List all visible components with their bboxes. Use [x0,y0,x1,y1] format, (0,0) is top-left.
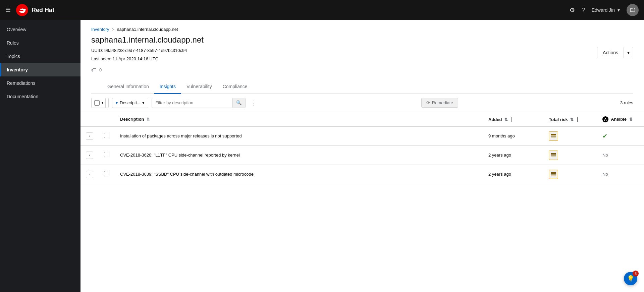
help-badge: 3 [633,271,639,277]
ansible-icon: A [602,116,608,122]
sidebar-item-label: Remediations [7,80,36,86]
user-chevron: ▾ [618,7,620,13]
row-description-cell: Installation of packages across major re… [115,126,483,145]
row-expand-cell: › [80,126,99,145]
page-meta: UUID: 99a48238-c9d7-4187-8597-4e97bc310c… [91,47,204,63]
remediate-label: Remediate [432,100,453,105]
tab-compliance[interactable]: Compliance [217,80,253,94]
bulk-select-dropdown[interactable]: ▾ [100,98,106,108]
row-expand-cell: › [80,145,99,165]
svg-rect-1 [551,134,556,135]
actions-chevron-button[interactable]: ▾ [624,47,633,58]
row-checkbox[interactable] [104,171,109,176]
total-risk-sort-icon[interactable]: ⇅ [570,117,574,122]
sidebar-nav: Overview Rules Topics Inventory Remediat… [0,20,80,292]
row-expand-button[interactable]: › [86,132,93,140]
toolbar-kebab-button[interactable]: ⋮ [249,98,259,108]
row-risk-cell [543,126,597,145]
added-sort-icon[interactable]: ⇅ [504,117,508,122]
table-section: ▾ ▾ Descripti... ▾ 🔍 ⋮ ⟳ Remediate 3 rul… [80,94,644,184]
filter-dropdown[interactable]: ▾ Descripti... ▾ [112,98,148,108]
bulk-select-checkbox[interactable] [94,100,100,106]
row-risk-badge [549,170,558,179]
breadcrumb: Inventory > saphana1.internal.cloudapp.n… [91,27,633,32]
row-added: 9 months ago [488,133,515,138]
bulk-select-wrapper: ▾ [91,98,109,108]
col-description: Description ⇅ [115,112,483,127]
hamburger-menu[interactable]: ☰ [5,6,11,14]
breadcrumb-current: saphana1.internal.cloudapp.net [117,27,178,32]
row-expand-cell: › [80,165,99,184]
table-row: › CVE-2018-3620: "L1TF" CPU side-channel… [80,145,644,165]
last-seen-line: Last seen: 11 Apr 2020 14:16 UTC [91,55,204,63]
row-description-cell: CVE-2018-3620: "L1TF" CPU side-channel r… [115,145,483,165]
help-button[interactable]: ? [582,7,585,14]
description-sort-icon[interactable]: ⇅ [147,117,150,122]
main-content: Inventory > saphana1.internal.cloudapp.n… [80,20,644,292]
row-ansible-yes: ✔ [602,133,607,139]
svg-rect-8 [551,174,556,175]
sidebar-item-topics[interactable]: Topics [0,50,80,63]
row-checkbox-cell [99,145,115,165]
breadcrumb-parent[interactable]: Inventory [91,27,109,32]
row-risk-cell [543,165,597,184]
tag-icon: 🏷 [91,67,97,73]
tab-insights[interactable]: Insights [154,80,181,94]
sidebar-item-label: Rules [7,40,19,46]
nav-right: ⚙ ? Edward Jin ▾ EJ [570,4,639,16]
user-menu[interactable]: Edward Jin ▾ [592,7,620,13]
table-header: Description ⇅ Added ⇅ | Total risk ⇅ | [80,112,644,127]
brand-text: Red Hat [32,7,54,14]
page-title: saphana1.internal.cloudapp.net [91,35,204,45]
filter-chevron: ▾ [142,100,145,105]
col-ansible-label: Ansible [611,117,627,122]
row-added-cell: 2 years ago [483,145,543,165]
col-checkbox [99,112,115,127]
total-risk-filter-icon[interactable]: | [577,117,578,122]
filter-input[interactable] [152,99,232,107]
row-ansible-cell: No [597,165,644,184]
table-body: › Installation of packages across major … [80,126,644,184]
row-expand-button[interactable]: › [86,171,93,178]
filter-search-button[interactable]: 🔍 [232,98,245,108]
row-description: CVE-2018-3620: "L1TF" CPU side-channel r… [120,153,240,158]
row-ansible-cell: ✔ [597,126,644,145]
col-description-label: Description [120,117,144,122]
sidebar-item-documentation[interactable]: Documentation [0,90,80,103]
sidebar-item-label: Documentation [7,94,38,99]
tab-vulnerability[interactable]: Vulnerability [181,80,217,94]
row-added-cell: 9 months ago [483,126,543,145]
row-ansible-cell: No [597,145,644,165]
filter-input-wrapper: 🔍 [152,98,246,108]
col-added: Added ⇅ | [483,112,543,127]
settings-button[interactable]: ⚙ [570,6,575,14]
row-expand-button[interactable]: › [86,152,93,159]
tab-general-information[interactable]: General Information [102,80,154,94]
row-description: CVE-2018-3639: "SSBD" CPU side-channel w… [120,172,254,177]
sidebar-item-label: Topics [7,54,20,59]
svg-rect-2 [551,136,556,137]
table-row: › Installation of packages across major … [80,126,644,145]
tabs-bar: General Information Insights Vulnerabili… [91,80,633,94]
row-added-cell: 2 years ago [483,165,543,184]
sidebar-item-overview[interactable]: Overview [0,23,80,36]
uuid-line: UUID: 99a48238-c9d7-4187-8597-4e97bc310c… [91,47,204,54]
brand: Red Hat [16,4,54,16]
sidebar-item-rules[interactable]: Rules [0,36,80,50]
col-ansible: A Ansible ⇅ [597,112,644,127]
col-total-risk: Total risk ⇅ | [543,112,597,127]
row-checkbox[interactable] [104,152,109,157]
rules-count: 3 rules [620,100,633,105]
tags-row: 🏷 0 [91,67,204,73]
help-bubble[interactable]: 💡 3 [624,272,637,285]
sidebar-item-remediations[interactable]: Remediations [0,76,80,90]
svg-rect-9 [551,175,556,176]
actions-button[interactable]: Actions [597,47,624,58]
ansible-sort-icon[interactable]: ⇅ [629,117,633,122]
row-checkbox[interactable] [104,133,109,138]
added-filter-icon[interactable]: | [511,117,513,122]
row-risk-cell [543,145,597,165]
avatar: EJ [627,4,639,16]
sidebar-item-label: Overview [7,27,26,32]
sidebar-item-inventory[interactable]: Inventory [0,63,80,76]
